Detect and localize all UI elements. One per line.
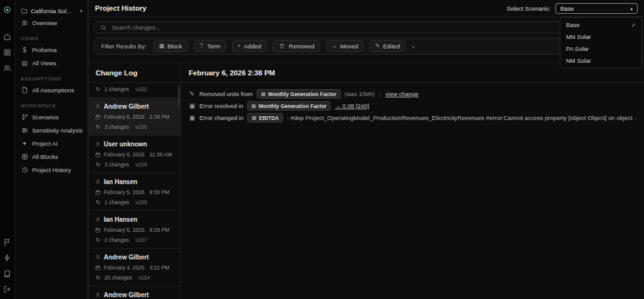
users-icon[interactable] (3, 63, 12, 72)
blocks-icon (21, 153, 28, 160)
scenario-option-mn-solar[interactable]: MN Solar (560, 31, 641, 43)
changelog-entry-time: 8:30 PM (150, 189, 170, 195)
app-logo[interactable] (3, 5, 12, 14)
block-chip[interactable]: ▦ Monthly Generation Factor (247, 101, 331, 111)
feedback-icon[interactable] (3, 237, 12, 246)
change-row: ▣ Error resolved in ▦ Monthly Generation… (181, 100, 644, 112)
changelog-entry-version: v158 (135, 199, 147, 205)
home-icon[interactable] (3, 32, 12, 41)
calendar-icon (95, 152, 101, 158)
error-detail-text: : #dep Project_OperatingModel_Production… (287, 114, 636, 121)
details-body: ✎ Removed units from ▦ Monthly Generatio… (181, 83, 644, 124)
changelog-entry-version: v160 (135, 124, 147, 130)
overview-icon: ⊞ (21, 20, 28, 26)
error-resolved-icon: ▣ (189, 103, 196, 109)
sidebar-item-sensitivity-analysis[interactable]: Sensitivity Analysis (15, 124, 87, 137)
changelog-list: ↻ 1 changes v162 Andrew Gilbert Februar (89, 83, 180, 299)
changelog-scrollbar[interactable] (178, 85, 180, 107)
change-row: ✎ Removed units from ▦ Monthly Generatio… (181, 88, 644, 100)
sidebar-item-label: Scenarios (32, 114, 58, 121)
scenario-select[interactable]: Base ▴ (555, 3, 638, 14)
filter-term-button[interactable]: ⊤ Term (194, 40, 226, 52)
sidebar: California Sol... ▾ ⊞ Overview VIEWS $ P… (15, 0, 88, 299)
rail-bottom-group (3, 237, 12, 293)
calendar-icon (95, 265, 101, 271)
block-icon: ▦ (252, 116, 257, 121)
calendar-icon (95, 227, 101, 233)
sidebar-item-proforma[interactable]: $ Proforma (15, 43, 87, 57)
sidebar-item-all-blocks[interactable]: All Blocks (15, 150, 87, 163)
sidebar-item-project-history[interactable]: Project History (15, 163, 87, 177)
filter-bar: Filter Results By: ▦ Block ⊤ Term + Adde… (94, 38, 637, 55)
changelog-entry[interactable]: Andrew Gilbert (89, 286, 180, 299)
scenario-option-label: NM Solar (566, 57, 591, 64)
sidebar-item-label: Overview (32, 19, 57, 26)
changelog-entry-author: Ian Hansen (104, 178, 137, 185)
changes-icon: ↻ (95, 237, 101, 243)
changelog-entry-changes: 2 changes (104, 237, 129, 243)
sidebar-item-label: All Assumptions (32, 87, 74, 94)
change-action: Removed units from (199, 90, 253, 97)
block-chip[interactable]: ▦ EBITDA (247, 113, 283, 122)
sidebar-item-overview[interactable]: ⊞ Overview (15, 16, 87, 30)
filter-block-button[interactable]: ▦ Block (153, 40, 188, 52)
assistant-icon[interactable] (3, 253, 12, 262)
sidebar-item-project-ai[interactable]: ✦ Project AI (15, 137, 87, 150)
sidebar-item-all-assumptions[interactable]: All Assumptions (15, 84, 87, 97)
docs-icon[interactable] (3, 269, 12, 278)
block-chip[interactable]: ▦ Monthly Generation Factor (257, 89, 341, 99)
sidebar-item-label: All Views (32, 60, 56, 67)
changelog-entry-author: User unknown (104, 141, 147, 148)
filter-removed-button[interactable]: Removed (272, 40, 320, 52)
scenario-option-base[interactable]: Base ✓ (560, 19, 641, 31)
scenario-option-pa-solar[interactable]: PA Solar (560, 43, 641, 55)
sidebar-item-label: Sensitivity Analysis (32, 127, 82, 134)
sparkle-icon: ✦ (21, 141, 28, 147)
scenario-option-label: PA Solar (566, 45, 589, 52)
block-icon: ▦ (252, 104, 257, 109)
logout-icon[interactable] (3, 285, 12, 293)
user-icon (95, 254, 101, 260)
filter-added-button[interactable]: + Added (232, 40, 267, 52)
changelog-entry[interactable]: User unknown February 6, 2026 11:36 AM ↻… (89, 136, 180, 173)
change-action: Error resolved in (199, 102, 243, 109)
user-icon (95, 179, 101, 185)
changelog-entry-version: v157 (135, 237, 147, 243)
project-selector[interactable]: California Sol... ▾ (15, 6, 87, 16)
changelog-entry-date: February 6, 2026 (104, 151, 145, 158)
scenario-select-value: Base (560, 5, 574, 12)
changelog-entry-date: February 5, 2026 (104, 189, 145, 195)
folder-icon (20, 8, 28, 14)
resolved-value-link[interactable]: → 0.08 [240] (335, 102, 369, 109)
main-panel: Project History Select Scenario: Base ▴ … (88, 0, 644, 299)
changelog-panel: Change Log ↻ 1 changes v162 Andrew Gilbe… (89, 63, 181, 299)
filter-moved-button[interactable]: → Moved (326, 40, 364, 52)
block-chip-label: EBITDA (259, 115, 279, 121)
changelog-entry-changes: 3 changes (104, 161, 129, 168)
changelog-entry-author: Andrew Gilbert (104, 291, 149, 298)
search-input[interactable] (111, 23, 631, 31)
scenario-option-nm-solar[interactable]: NM Solar (560, 55, 641, 67)
changelog-entry-author: Andrew Gilbert (104, 254, 149, 261)
changelog-entry-version: v154 (138, 275, 150, 281)
check-icon: ✓ (631, 22, 636, 28)
scenario-select-group: Select Scenario: Base ▴ (507, 3, 638, 14)
sidebar-item-label: Proforma (32, 46, 57, 53)
projects-icon[interactable] (3, 48, 12, 57)
user-icon (95, 104, 101, 109)
view-change-link[interactable]: view change (386, 90, 419, 97)
changelog-entry[interactable]: Andrew Gilbert February 4, 2026 3:21 PM … (89, 249, 180, 286)
changelog-entry-date: February 5, 2026 (104, 227, 145, 233)
user-icon (95, 141, 101, 147)
changelog-entry[interactable]: Andrew Gilbert February 6, 2026 2:38 PM … (89, 98, 180, 136)
views-icon: ▤ (21, 60, 28, 67)
sidebar-item-scenarios[interactable]: Scenarios (15, 111, 87, 124)
filter-more-chevron-icon[interactable]: › (412, 43, 414, 50)
block-icon: ▦ (159, 43, 165, 49)
user-icon (95, 292, 101, 298)
changelog-entry[interactable]: Ian Hansen February 5, 2026 8:30 PM ↻ 1 … (89, 173, 180, 211)
sidebar-item-all-views[interactable]: ▤ All Views (15, 57, 87, 70)
changelog-entry-partial[interactable]: ↻ 1 changes v162 (89, 83, 180, 98)
filter-edited-button[interactable]: ✎ Edited (369, 40, 405, 52)
changelog-entry[interactable]: Ian Hansen February 5, 2026 8:29 PM ↻ 2 … (89, 211, 180, 249)
